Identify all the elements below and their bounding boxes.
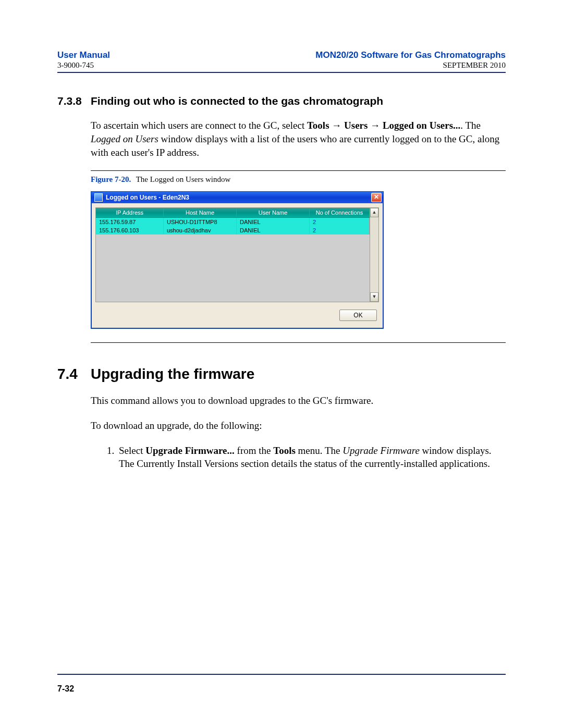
grid-header: IP Address Host Name User Name No of Con… xyxy=(96,208,370,218)
header-left-sub: 3-9000-745 xyxy=(57,60,110,70)
footer-rule xyxy=(57,674,506,675)
close-button[interactable]: ✕ xyxy=(371,193,382,202)
section-7-4-heading: 7.4 Upgrading the firmware xyxy=(57,366,506,382)
section-7-4-title: Upgrading the firmware xyxy=(91,366,254,382)
section-7-4-steps: Select Upgrade Firmware... from the Tool… xyxy=(103,444,506,471)
section-7-3-8-number: 7.3.8 xyxy=(57,95,91,107)
window-title: Logged on Users - Eden2N3 xyxy=(106,194,371,201)
step-1: Select Upgrade Firmware... from the Tool… xyxy=(117,444,506,471)
section-7-3-8-title: Finding out who is connected to the gas … xyxy=(91,95,383,107)
header-left-title: User Manual xyxy=(57,50,110,60)
figure-7-20: Figure 7-20. The Logged on Users window … xyxy=(91,170,506,343)
figure-label: Figure 7-20. xyxy=(91,175,131,183)
header-right: MON20/20 Software for Gas Chromatographs… xyxy=(315,50,506,70)
page-number: 7-32 xyxy=(57,684,506,694)
section-7-4-number: 7.4 xyxy=(57,366,91,382)
figure-caption: Figure 7-20. The Logged on Users window xyxy=(91,171,506,191)
col-user-header[interactable]: User Name xyxy=(237,208,310,217)
table-row[interactable]: 155.176.59.87 USHOU-D1ITTMP8 DANIEL 2 xyxy=(96,218,370,226)
close-icon: ✕ xyxy=(374,193,379,201)
col-ip-header[interactable]: IP Address xyxy=(96,208,164,217)
page-header: User Manual 3-9000-745 MON20/20 Software… xyxy=(57,50,506,70)
header-right-sub: SEPTEMBER 2010 xyxy=(315,60,506,70)
figure-caption-text: The Logged on Users window xyxy=(136,175,231,183)
figure-bottom-rule xyxy=(91,342,506,343)
page-footer: 7-32 xyxy=(57,674,506,694)
ok-button[interactable]: OK xyxy=(339,310,377,321)
window-titlebar[interactable]: Logged on Users - Eden2N3 ✕ xyxy=(91,192,383,203)
users-grid: IP Address Host Name User Name No of Con… xyxy=(95,207,379,302)
col-conn-header[interactable]: No of Connections xyxy=(310,208,370,217)
header-left: User Manual 3-9000-745 xyxy=(57,50,110,70)
table-row[interactable]: 155.176.60.103 ushou-d2djadhav DANIEL 2 xyxy=(96,226,370,235)
app-icon xyxy=(94,193,103,202)
header-right-title: MON20/20 Software for Gas Chromatographs xyxy=(315,50,506,60)
vertical-scrollbar[interactable]: ▲ ▼ xyxy=(370,208,378,302)
logged-on-users-window: Logged on Users - Eden2N3 ✕ IP Address H… xyxy=(91,191,384,329)
scroll-down-icon[interactable]: ▼ xyxy=(370,292,378,302)
header-rule xyxy=(57,72,506,73)
section-7-3-8-heading: 7.3.8 Finding out who is connected to th… xyxy=(57,95,506,107)
section-7-4-para2: To download an upgrade, do the following… xyxy=(91,419,506,433)
scroll-up-icon[interactable]: ▲ xyxy=(370,208,378,217)
section-7-4-para1: This command allows you to download upgr… xyxy=(91,394,506,408)
col-host-header[interactable]: Host Name xyxy=(164,208,237,217)
section-7-3-8-paragraph: To ascertain which users are connect to … xyxy=(91,119,506,159)
